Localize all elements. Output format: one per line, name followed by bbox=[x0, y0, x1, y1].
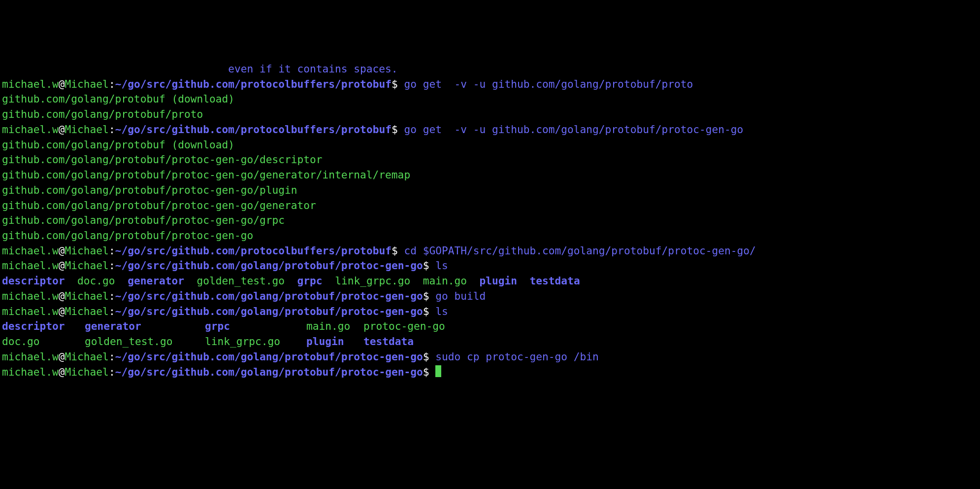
prompt-colon: : bbox=[109, 78, 115, 90]
file-entry: main.go bbox=[423, 275, 467, 287]
output-line: github.com/golang/protobuf/protoc-gen-go bbox=[2, 228, 978, 244]
ls-output-1: descriptor doc.go generator golden_test.… bbox=[2, 274, 978, 289]
directory-entry: testdata bbox=[363, 334, 452, 349]
output-line: github.com/golang/protobuf/protoc-gen-go… bbox=[2, 152, 978, 168]
prompt-line-6: michael.w@Michael:~/go/src/github.com/go… bbox=[2, 304, 978, 319]
ls-output-2-row-2: doc.gogolden_test.golink_grpc.gopluginte… bbox=[2, 334, 978, 349]
directory-entry: descriptor bbox=[2, 275, 65, 287]
output-line: github.com/golang/protobuf/protoc-gen-go… bbox=[2, 168, 978, 183]
file-entry: doc.go bbox=[77, 275, 115, 287]
output-line: github.com/golang/protobuf/protoc-gen-go… bbox=[2, 183, 978, 198]
partial-line: even if it contains spaces. bbox=[2, 63, 398, 75]
prompt-path: ~/go/src/github.com/protocolbuffers/prot… bbox=[115, 78, 392, 90]
prompt-line-1: michael.w@Michael:~/go/src/github.com/pr… bbox=[2, 77, 978, 92]
prompt-dollar: $ bbox=[392, 78, 404, 90]
directory-entry: testdata bbox=[530, 275, 580, 287]
prompt-line-4: michael.w@Michael:~/go/src/github.com/go… bbox=[2, 258, 978, 274]
command-ls-2: ls bbox=[435, 305, 448, 317]
output-line: github.com/golang/protobuf/protoc-gen-go… bbox=[2, 198, 978, 213]
file-entry: protoc-gen-go bbox=[363, 319, 452, 334]
command-ls-1: ls bbox=[435, 259, 448, 272]
command-go-get-proto: go get -v -u github.com/golang/protobuf/… bbox=[404, 78, 693, 90]
directory-entry: generator bbox=[85, 319, 205, 334]
file-entry: link_grpc.go bbox=[335, 275, 410, 287]
file-entry: golden_test.go bbox=[85, 334, 205, 349]
output-line: github.com/golang/protobuf/proto bbox=[2, 107, 978, 122]
prompt-at: @ bbox=[59, 78, 65, 90]
file-entry: golden_test.go bbox=[196, 275, 285, 287]
file-entry: main.go bbox=[306, 319, 363, 334]
directory-entry: grpc bbox=[297, 275, 323, 287]
prompt-line-7: michael.w@Michael:~/go/src/github.com/go… bbox=[2, 349, 978, 365]
output-line: github.com/golang/protobuf (download) bbox=[2, 138, 978, 153]
directory-entry: grpc bbox=[205, 319, 306, 334]
prompt-host: Michael bbox=[65, 78, 109, 90]
command-cd: cd $GOPATH/src/github.com/golang/protobu… bbox=[404, 244, 755, 257]
command-sudo-cp: sudo cp protoc-gen-go /bin bbox=[435, 350, 599, 363]
ls-output-2-row-1: descriptorgeneratorgrpcmain.goprotoc-gen… bbox=[2, 319, 978, 334]
prompt-user: michael.w bbox=[2, 78, 59, 90]
prompt-line-3: michael.w@Michael:~/go/src/github.com/pr… bbox=[2, 244, 978, 259]
terminal[interactable]: even if it contains spaces. michael.w@Mi… bbox=[2, 62, 978, 380]
prompt-line-5: michael.w@Michael:~/go/src/github.com/go… bbox=[2, 289, 978, 304]
directory-entry: generator bbox=[128, 275, 184, 287]
output-block-2: github.com/golang/protobuf (download)git… bbox=[2, 138, 978, 244]
command-go-build: go build bbox=[435, 290, 486, 302]
output-line: github.com/golang/protobuf/protoc-gen-go… bbox=[2, 213, 978, 228]
cursor-icon[interactable] bbox=[435, 365, 441, 377]
output-line: github.com/golang/protobuf (download) bbox=[2, 92, 978, 107]
output-block-1: github.com/golang/protobuf (download)git… bbox=[2, 92, 978, 122]
directory-entry: descriptor bbox=[2, 319, 85, 334]
file-entry: doc.go bbox=[2, 334, 85, 349]
directory-entry: plugin bbox=[480, 275, 518, 287]
directory-entry: plugin bbox=[306, 334, 363, 349]
prompt-line-2: michael.w@Michael:~/go/src/github.com/pr… bbox=[2, 122, 978, 138]
prompt-line-8: michael.w@Michael:~/go/src/github.com/go… bbox=[2, 365, 978, 380]
command-go-get-protoc-gen-go: go get -v -u github.com/golang/protobuf/… bbox=[404, 123, 743, 136]
file-entry: link_grpc.go bbox=[205, 334, 306, 349]
